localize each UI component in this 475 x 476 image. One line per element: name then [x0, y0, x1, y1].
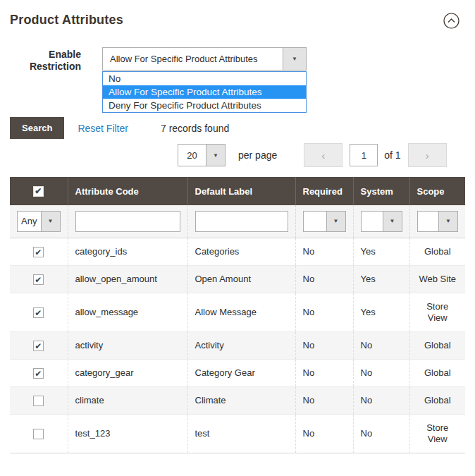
attributes-table: Attribute Code Default Label Required Sy… [10, 177, 465, 453]
cell-system: No [353, 386, 409, 414]
chevron-down-icon[interactable]: ▼ [283, 48, 306, 70]
search-button[interactable]: Search [10, 117, 64, 139]
cell-required: No [295, 414, 353, 453]
cell-attribute-code: allow_open_amount [68, 265, 187, 293]
row-checkbox[interactable] [33, 307, 44, 318]
cell-required: No [295, 293, 353, 331]
cell-default-label: test [187, 414, 295, 453]
chevron-down-icon[interactable]: ▼ [326, 212, 345, 231]
scope-filter-select[interactable]: ▼ [417, 211, 459, 232]
attribute-code-filter-input[interactable] [75, 211, 180, 232]
page-title: Product Attributes [10, 13, 123, 28]
cell-required: No [295, 386, 353, 414]
cell-default-label: Category Gear [187, 359, 295, 386]
column-header-required[interactable]: Required [295, 177, 353, 205]
row-checkbox[interactable] [33, 368, 44, 379]
enable-restriction-label: Enable Restriction [10, 47, 81, 71]
column-header-attribute-code[interactable]: Attribute Code [68, 177, 187, 205]
cell-scope: Store View [409, 414, 465, 453]
previous-page-button[interactable]: ‹ [304, 143, 343, 167]
total-pages-label: of 1 [384, 149, 400, 161]
cell-system: No [353, 331, 409, 359]
select-value: Allow For Specific Product Attributes [103, 54, 283, 64]
column-header-default-label[interactable]: Default Label [187, 177, 295, 205]
cell-attribute-code: activity [68, 331, 187, 359]
panel-header: Product Attributes [10, 13, 465, 34]
default-label-filter-input[interactable] [195, 211, 288, 232]
table-row: allow_message Allow Message No Yes Store… [10, 293, 465, 331]
table-row: allow_open_amount Open Amount No Yes Web… [10, 265, 465, 293]
next-page-button[interactable]: › [408, 143, 447, 167]
records-found-text: 7 records found [161, 123, 229, 134]
required-filter-select[interactable]: ▼ [303, 211, 346, 232]
table-row: activity Activity No No Global [10, 331, 465, 359]
cell-scope: Store View [409, 293, 465, 331]
row-checkbox[interactable] [33, 396, 44, 406]
cell-attribute-code: category_gear [68, 359, 187, 386]
cell-default-label: Allow Message [187, 293, 295, 331]
table-header-row: Attribute Code Default Label Required Sy… [10, 177, 465, 205]
restriction-option[interactable]: No [103, 72, 306, 85]
cell-required: No [295, 238, 353, 265]
table-row: category_ids Categories No Yes Global [10, 238, 465, 265]
select-all-checkbox[interactable] [33, 186, 44, 197]
row-checkbox[interactable] [33, 247, 44, 257]
chevron-down-icon[interactable]: ▼ [41, 212, 60, 231]
table-row: category_gear Category Gear No No Global [10, 359, 465, 386]
system-filter-select[interactable]: ▼ [361, 211, 402, 232]
checkbox-filter-value: Any [18, 216, 41, 226]
per-page-label: per page [238, 149, 277, 161]
cell-system: No [353, 359, 409, 386]
cell-required: No [295, 265, 353, 293]
cell-system: Yes [353, 293, 409, 331]
cell-scope: Global [409, 359, 465, 386]
cell-system: Yes [353, 265, 409, 293]
cell-default-label: Activity [187, 331, 295, 359]
pager: 20 ▼ per page ‹ of 1 › [178, 143, 465, 167]
table-row: test_123 test No No Store View [10, 414, 465, 453]
restriction-dropdown-list: NoAllow For Specific Product AttributesD… [102, 71, 307, 113]
column-header-scope[interactable]: Scope [409, 177, 465, 205]
cell-attribute-code: climate [68, 386, 187, 414]
cell-attribute-code: allow_message [68, 293, 187, 331]
chevron-up-circle-icon [443, 20, 459, 31]
page-size-select[interactable]: 20 ▼ [178, 144, 226, 166]
row-checkbox[interactable] [33, 341, 44, 351]
cell-attribute-code: category_ids [68, 238, 187, 265]
product-attributes-panel: Product Attributes Enable Restriction Al… [0, 0, 475, 463]
row-checkbox[interactable] [33, 274, 44, 285]
search-toolbar: Search Reset Filter 7 records found [10, 117, 465, 139]
enable-restriction-select[interactable]: Allow For Specific Product Attributes ▼ [102, 47, 307, 71]
cell-scope: Global [409, 331, 465, 359]
attributes-table-body: category_ids Categories No Yes Global al… [10, 238, 465, 453]
chevron-down-icon[interactable]: ▼ [383, 212, 402, 231]
cell-required: No [295, 359, 353, 386]
chevron-right-icon: › [426, 149, 429, 161]
cell-system: Yes [353, 238, 409, 265]
reset-filter-link[interactable]: Reset Filter [78, 123, 128, 134]
chevron-down-icon[interactable]: ▼ [438, 212, 457, 231]
cell-system: No [353, 414, 409, 453]
page-size-value: 20 [178, 150, 206, 161]
restriction-option[interactable]: Allow For Specific Product Attributes [103, 85, 306, 99]
cell-attribute-code: test_123 [68, 414, 187, 453]
cell-default-label: Categories [187, 238, 295, 265]
collapse-section-button[interactable] [443, 13, 459, 30]
chevron-down-icon[interactable]: ▼ [206, 145, 225, 166]
cell-required: No [295, 331, 353, 359]
chevron-left-icon: ‹ [321, 149, 325, 161]
cell-scope: Web Site [409, 265, 465, 293]
cell-default-label: Open Amount [187, 265, 295, 293]
enable-restriction-field: Enable Restriction Allow For Specific Pr… [10, 47, 465, 71]
column-header-system[interactable]: System [353, 177, 409, 205]
cell-scope: Global [409, 386, 465, 414]
current-page-input[interactable] [350, 144, 378, 166]
restriction-option[interactable]: Deny For Specific Product Attributes [103, 99, 306, 112]
cell-default-label: Climate [187, 386, 295, 414]
checkbox-filter-select[interactable]: Any ▼ [17, 211, 61, 232]
table-row: climate Climate No No Global [10, 386, 465, 414]
cell-scope: Global [409, 238, 465, 265]
filter-row: Any ▼ ▼ ▼ [10, 205, 465, 238]
row-checkbox[interactable] [33, 429, 44, 439]
